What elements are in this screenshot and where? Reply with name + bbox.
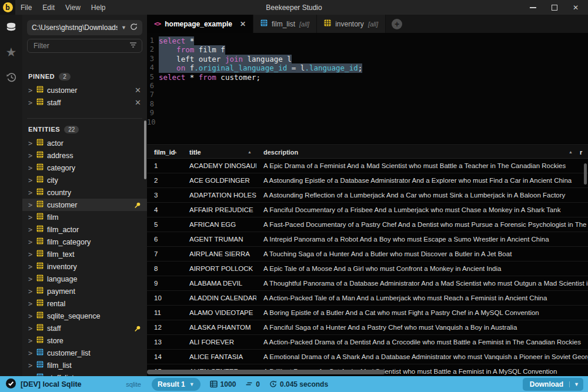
table-row[interactable]: 3ADAPTATION HOLESA Astounding Reflection… — [147, 188, 588, 203]
entity-item-film_list[interactable]: >film_list — [22, 359, 147, 371]
table-row[interactable]: 12ALASKA PHANTOMA Fanciful Saga of a Hun… — [147, 320, 588, 335]
entity-item-actor[interactable]: >actor — [22, 137, 147, 149]
results-body: 1ACADEMY DINOSAURA Epic Drama of a Femin… — [147, 159, 588, 376]
entity-item-staff_list[interactable]: >staff_list — [22, 371, 147, 376]
sort-asc-icon[interactable]: ▲ — [569, 150, 573, 154]
column-header-partial[interactable]: r — [577, 146, 588, 158]
entity-item-sqlite_sequence[interactable]: >sqlite_sequence — [22, 310, 147, 322]
entity-item-film_category[interactable]: >film_category — [22, 236, 147, 248]
pin-icon[interactable] — [134, 325, 141, 332]
unpin-icon[interactable]: ✕ — [135, 86, 141, 95]
chevron-right-icon[interactable]: > — [28, 275, 33, 283]
download-options-caret[interactable]: ▼ — [569, 381, 583, 387]
pinned-item-customer[interactable]: >customer✕ — [22, 84, 147, 96]
entity-item-customer_list[interactable]: >customer_list — [22, 347, 147, 359]
minimize-button[interactable] — [530, 7, 536, 8]
close-tab-icon[interactable]: ✕ — [240, 20, 246, 28]
vertical-scrollbar[interactable] — [584, 163, 587, 185]
table-row[interactable]: 6AGENT TRUMANA Intrepid Panorama of a Ro… — [147, 232, 588, 247]
chevron-right-icon[interactable]: > — [28, 139, 33, 148]
sql-editor[interactable]: 1select *2 from film f3 left outer join … — [147, 33, 588, 145]
entity-item-staff[interactable]: >staff — [22, 322, 147, 334]
column-header-film_id[interactable]: film_id▲ — [147, 146, 182, 158]
menu-view[interactable]: View — [60, 4, 86, 12]
chevron-right-icon[interactable]: > — [28, 213, 33, 222]
pinned-item-staff[interactable]: >staff✕ — [22, 96, 147, 109]
chevron-right-icon[interactable]: > — [28, 300, 33, 308]
column-header-title[interactable]: title▲ — [182, 146, 256, 158]
entity-item-category[interactable]: >category — [22, 162, 147, 174]
chevron-right-icon[interactable]: > — [28, 86, 33, 95]
chevron-right-icon[interactable]: > — [28, 238, 33, 246]
chevron-right-icon[interactable]: > — [28, 361, 33, 370]
sort-asc-icon[interactable]: ▲ — [248, 150, 252, 154]
entity-name: country — [47, 189, 71, 197]
add-tab-button[interactable]: + — [392, 19, 402, 29]
connection-dropdown[interactable]: C:\Users\ghstng\Downloads ▼ — [27, 20, 142, 35]
chevron-right-icon[interactable]: > — [28, 349, 33, 357]
pinned-section-header[interactable]: PINNED 2 — [22, 71, 147, 82]
result-selector-button[interactable]: Result 1 ▼ — [152, 378, 201, 391]
filter-input[interactable] — [32, 41, 129, 51]
tab-inventory[interactable]: inventory [all] — [317, 15, 386, 33]
database-tables-icon[interactable] — [4, 21, 18, 35]
entity-item-film_actor[interactable]: >film_actor — [22, 223, 147, 236]
sort-asc-icon[interactable]: ▲ — [173, 150, 178, 154]
refresh-icon[interactable] — [130, 23, 138, 32]
menu-help[interactable]: Help — [86, 4, 111, 12]
table-row[interactable]: 5AFRICAN EGGA Fast-Paced Documentary of … — [147, 217, 588, 232]
entity-item-country[interactable]: >country — [22, 186, 147, 199]
table-row[interactable]: 11ALAMO VIDEOTAPEA Boring Epistle of a B… — [147, 306, 588, 320]
chevron-right-icon[interactable]: > — [28, 164, 33, 172]
table-row[interactable]: 10ALADDIN CALENDARA Action-Packed Tale o… — [147, 291, 588, 306]
entity-item-address[interactable]: >address — [22, 149, 147, 162]
history-icon[interactable] — [4, 70, 18, 84]
tab-homepage-example[interactable]: <> homepage_example ✕ — [147, 15, 253, 33]
chevron-right-icon[interactable]: > — [28, 324, 33, 333]
entity-item-inventory[interactable]: >inventory — [22, 260, 147, 273]
chevron-right-icon[interactable]: > — [28, 176, 33, 185]
chevron-right-icon[interactable]: > — [28, 337, 33, 345]
table-row[interactable]: 1ACADEMY DINOSAURA Epic Drama of a Femin… — [147, 159, 588, 173]
entity-name: film_actor — [47, 226, 79, 234]
chevron-right-icon[interactable]: > — [28, 287, 33, 296]
table-row[interactable]: 7AIRPLANE SIERRAA Touching Saga of a Hun… — [147, 247, 588, 262]
pin-icon[interactable] — [134, 202, 141, 209]
close-window-button[interactable]: ✕ — [573, 4, 579, 12]
entity-item-payment[interactable]: >payment — [22, 285, 147, 297]
download-button[interactable]: Download ▼ — [523, 378, 583, 391]
entity-item-rental[interactable]: >rental — [22, 297, 147, 310]
column-header-description[interactable]: description▲ — [256, 146, 577, 158]
chevron-right-icon[interactable]: > — [28, 250, 33, 259]
entity-item-film[interactable]: >film — [22, 211, 147, 223]
maximize-button[interactable] — [552, 5, 557, 11]
table-row[interactable]: 14ALICE FANTASIAA Emotional Drama of a A… — [147, 350, 588, 364]
chevron-right-icon[interactable]: > — [28, 201, 33, 209]
unpin-icon[interactable]: ✕ — [135, 98, 141, 107]
table-row[interactable]: 8AIRPORT POLLOCKA Epic Tale of a Moose A… — [147, 262, 588, 276]
chevron-right-icon[interactable]: > — [28, 226, 33, 234]
entity-item-store[interactable]: >store — [22, 334, 147, 347]
chevron-right-icon[interactable]: > — [28, 189, 33, 197]
entities-list: >actor>address>category>city>country>cus… — [22, 137, 147, 376]
sidebar-scrollbar[interactable] — [144, 120, 146, 179]
table-row[interactable]: 2ACE GOLDFINGERA Astounding Epistle of a… — [147, 173, 588, 188]
chevron-right-icon[interactable]: > — [28, 152, 33, 160]
chevron-right-icon[interactable]: > — [28, 99, 33, 107]
horizontal-scrollbar[interactable] — [147, 370, 385, 374]
entity-item-film_text[interactable]: >film_text — [22, 248, 147, 260]
entity-item-customer[interactable]: >customer — [22, 199, 147, 211]
entity-item-language[interactable]: >language — [22, 273, 147, 285]
connection-status[interactable]: [DEV] local Sqlite sqlite — [0, 378, 147, 390]
entity-item-city[interactable]: >city — [22, 174, 147, 186]
table-row[interactable]: 13ALI FOREVERA Action-Packed Drama of a … — [147, 335, 588, 350]
table-row[interactable]: 9ALABAMA DEVILA Thoughtful Panorama of a… — [147, 276, 588, 291]
chevron-right-icon[interactable]: > — [28, 312, 33, 320]
entities-section-header[interactable]: ENTITIES 22 — [22, 124, 147, 135]
table-row[interactable]: 4AFFAIR PREJUDICEA Fanciful Documentary … — [147, 203, 588, 217]
menu-edit[interactable]: Edit — [37, 4, 60, 12]
tab-film-list[interactable]: film_list [all] — [253, 15, 317, 33]
saved-queries-icon[interactable]: ★ — [4, 45, 18, 59]
menu-file[interactable]: File — [15, 4, 37, 12]
chevron-right-icon[interactable]: > — [28, 263, 33, 271]
